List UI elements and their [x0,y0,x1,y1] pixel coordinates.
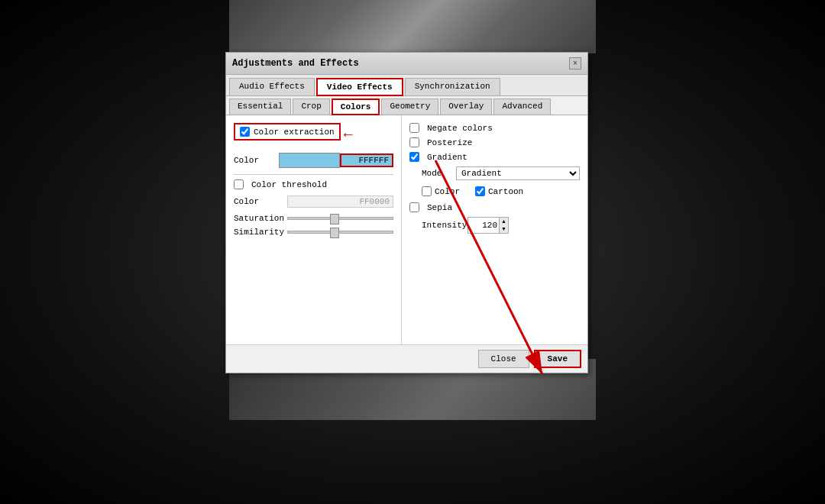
intensity-row: Intensity ▲ ▼ [422,217,580,234]
close-button[interactable]: Close [478,350,529,368]
sepia-row: Sepia [409,202,580,212]
color-field-label: Color [234,156,279,165]
color-extraction-label: Color extraction [254,128,335,137]
color-input-container [279,153,393,168]
color-extraction-box: Color extraction [234,123,341,141]
saturation-label: Saturation [234,214,287,223]
tab-synchronization[interactable]: Synchronization [405,78,500,95]
sepia-checkbox[interactable] [409,202,419,212]
similarity-thumb[interactable] [330,228,339,238]
color-cartoon-row: Color Cartoon [422,186,580,196]
color-sub-label: Color [435,187,460,196]
color-threshold-row: Color threshold [234,179,393,189]
tab-colors[interactable]: Colors [332,99,380,115]
sepia-label: Sepia [427,203,452,212]
gradient-checkbox[interactable] [409,152,419,162]
tab-video-effects[interactable]: Video Effects [316,78,403,96]
color-sub-checkbox[interactable] [422,186,432,196]
intensity-spinbox: ▲ ▼ [467,217,509,234]
mode-select[interactable]: Gradient Linear Radial [456,166,580,180]
color-threshold-checkbox[interactable] [234,179,244,189]
negate-colors-row: Negate colors [409,123,580,133]
color-field-row: Color [234,153,393,168]
dialog-title: Adjustments and Effects [232,58,359,69]
negate-colors-checkbox[interactable] [409,123,419,133]
annotation-arrow-1: ← [344,126,353,144]
color-value-input[interactable] [340,153,393,167]
tab-advanced[interactable]: Advanced [493,99,551,115]
tab-geometry[interactable]: Geometry [381,99,438,115]
color-extraction-checkbox[interactable] [240,127,250,137]
posterize-checkbox[interactable] [409,137,419,147]
negate-colors-label: Negate colors [427,124,493,133]
intensity-input[interactable] [468,220,499,231]
mode-label: Mode [422,169,456,178]
saturation-slider[interactable] [287,217,393,220]
spin-up-button[interactable]: ▲ [500,218,508,225]
similarity-row: Similarity [234,228,393,237]
posterize-row: Posterize [409,137,580,147]
left-panel: Color extraction ← Color Color threshold [226,115,402,344]
title-bar: Adjustments and Effects × [226,53,587,75]
close-window-button[interactable]: × [569,57,581,69]
right-panel: Negate colors Posterize Gradient Mode Gr… [402,115,587,344]
spin-down-button[interactable]: ▼ [500,225,508,233]
tab-essential[interactable]: Essential [229,99,291,115]
saturation-thumb[interactable] [330,214,339,225]
bg-overlay-top [229,0,596,53]
color-disabled-row: Color [234,195,393,208]
similarity-slider[interactable] [287,231,393,234]
sub-tab-bar: Essential Crop Colors Geometry Overlay A… [226,96,587,115]
tab-overlay[interactable]: Overlay [440,99,492,115]
color-swatch[interactable] [279,153,340,168]
color-disabled-input [287,195,393,208]
dialog: Adjustments and Effects × Audio Effects … [225,52,588,373]
color-threshold-label: Color threshold [251,180,327,189]
gradient-row: Gradient [409,152,580,162]
tab-crop[interactable]: Crop [293,99,329,115]
save-button[interactable]: Save [534,350,581,368]
saturation-row: Saturation [234,214,393,223]
similarity-label: Similarity [234,228,287,237]
cartoon-row: Cartoon [475,186,523,196]
main-tab-bar: Audio Effects Video Effects Synchronizat… [226,75,587,96]
color-sub-row: Color [422,186,460,196]
color-disabled-label: Color [234,197,287,206]
gradient-label: Gradient [427,153,467,162]
intensity-label: Intensity [422,221,467,230]
dialog-footer: Close Save [226,344,587,373]
content-area: Color extraction ← Color Color threshold [226,115,587,344]
color-extraction-row: Color extraction ← [234,123,393,147]
tab-audio-effects[interactable]: Audio Effects [229,78,315,95]
spin-arrows: ▲ ▼ [499,218,508,233]
cartoon-label: Cartoon [488,187,523,196]
posterize-label: Posterize [427,138,472,147]
mode-row: Mode Gradient Linear Radial [422,166,580,180]
cartoon-checkbox[interactable] [475,186,485,196]
